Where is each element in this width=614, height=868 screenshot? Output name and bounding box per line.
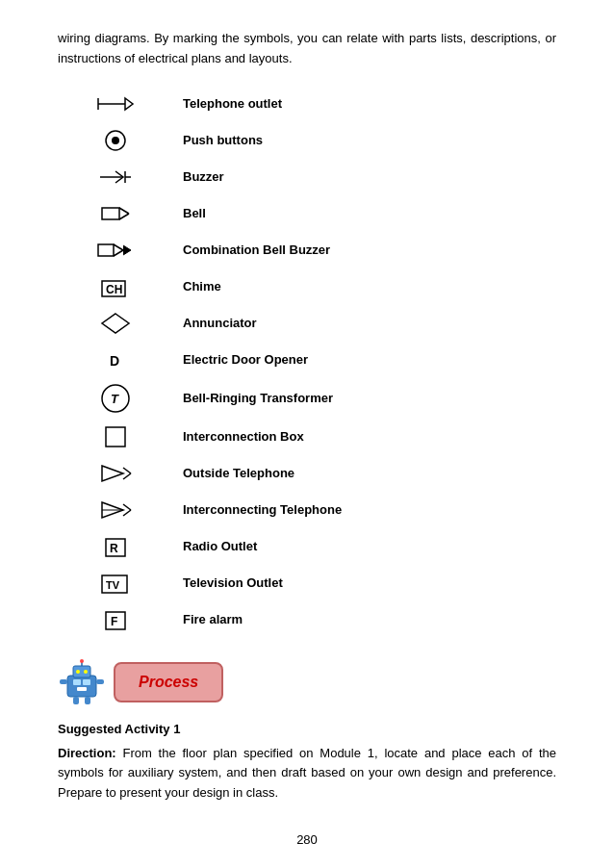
label-radio-outlet: Radio Outlet xyxy=(173,539,556,553)
label-interconnection-box: Interconnection Box xyxy=(173,429,556,444)
label-annunciator: Annunciator xyxy=(173,316,556,330)
svg-line-25 xyxy=(123,504,131,510)
svg-line-23 xyxy=(123,473,131,479)
symbol-row-interconnection-box: Interconnection Box xyxy=(58,421,556,452)
svg-line-9 xyxy=(119,208,129,214)
symbol-row-fire-alarm: F Fire alarm xyxy=(58,604,556,635)
direction-content: From the floor plan specified on Module … xyxy=(58,746,556,801)
svg-rect-20 xyxy=(106,427,125,447)
symbol-outside-telephone xyxy=(58,460,173,487)
symbol-row-outside-telephone: Outside Telephone xyxy=(58,458,556,489)
label-telephone-outlet: Telephone outlet xyxy=(173,96,556,111)
symbol-bell-ringing-transformer: T xyxy=(58,381,173,416)
symbol-row-buzzer: Buzzer xyxy=(58,162,556,192)
svg-text:T: T xyxy=(111,392,119,406)
label-outside-telephone: Outside Telephone xyxy=(173,466,556,480)
symbol-row-television-outlet: TV Television Outlet xyxy=(58,568,556,599)
svg-text:D: D xyxy=(110,353,119,369)
symbol-row-annunciator: Annunciator xyxy=(58,308,556,339)
symbol-row-electric-door-opener: D Electric Door Opener xyxy=(58,345,556,375)
label-bell: Bell xyxy=(173,206,556,220)
robot-icon xyxy=(58,658,106,706)
page-number: 280 xyxy=(58,832,556,847)
direction-label: Direction: xyxy=(58,746,116,760)
svg-marker-8 xyxy=(102,208,119,219)
label-bell-ringing-transformer: Bell-Ringing Transformer xyxy=(173,391,556,405)
symbol-row-push-buttons: Push buttons xyxy=(58,125,556,156)
svg-marker-16 xyxy=(102,314,129,333)
svg-rect-37 xyxy=(77,687,87,691)
svg-rect-38 xyxy=(73,666,90,677)
label-combination-bell-buzzer: Combination Bell Buzzer xyxy=(173,243,556,257)
symbol-radio-outlet: R xyxy=(58,533,173,560)
svg-text:CH: CH xyxy=(106,283,122,296)
label-electric-door-opener: Electric Door Opener xyxy=(173,352,556,367)
svg-rect-44 xyxy=(85,697,90,704)
symbol-push-buttons xyxy=(58,127,173,154)
svg-line-13 xyxy=(114,250,123,256)
svg-text:TV: TV xyxy=(106,579,120,591)
symbol-row-interconnecting-telephone: Interconnecting Telephone xyxy=(58,495,556,525)
symbol-row-combination-bell-buzzer: Combination Bell Buzzer xyxy=(58,235,556,266)
svg-line-26 xyxy=(123,510,131,516)
process-button[interactable]: Process xyxy=(114,662,223,702)
svg-point-42 xyxy=(80,659,84,663)
svg-rect-34 xyxy=(67,676,96,697)
activity-section: Suggested Activity 1 Direction: From the… xyxy=(58,722,556,804)
svg-point-4 xyxy=(112,137,119,144)
symbol-combination-bell-buzzer xyxy=(58,237,173,264)
symbol-bell xyxy=(58,200,173,227)
symbol-row-telephone-outlet: Telephone outlet xyxy=(58,89,556,119)
process-section: Process xyxy=(58,658,556,706)
label-fire-alarm: Fire alarm xyxy=(173,612,556,626)
svg-marker-11 xyxy=(98,244,114,256)
svg-marker-1 xyxy=(125,98,133,110)
symbol-row-chime: CH Chime xyxy=(58,271,556,302)
label-interconnecting-telephone: Interconnecting Telephone xyxy=(173,502,556,517)
symbols-table: Telephone outlet Push buttons Buzzer xyxy=(58,89,556,635)
svg-rect-45 xyxy=(60,679,67,684)
symbol-row-bell-ringing-transformer: T Bell-Ringing Transformer xyxy=(58,381,556,416)
symbol-interconnection-box xyxy=(58,423,173,450)
symbol-interconnecting-telephone xyxy=(58,497,173,523)
symbol-row-bell: Bell xyxy=(58,198,556,229)
activity-text: Direction: From the floor plan specified… xyxy=(58,744,556,804)
intro-paragraph: wiring diagrams. By marking the symbols,… xyxy=(58,29,556,69)
symbol-row-radio-outlet: R Radio Outlet xyxy=(58,531,556,562)
svg-point-40 xyxy=(84,670,88,674)
label-push-buttons: Push buttons xyxy=(173,133,556,147)
svg-point-39 xyxy=(76,670,80,674)
symbol-buzzer xyxy=(58,164,173,191)
symbol-fire-alarm: F xyxy=(58,606,173,633)
svg-rect-43 xyxy=(73,697,79,704)
svg-rect-36 xyxy=(83,679,90,685)
label-television-outlet: Television Outlet xyxy=(173,575,556,590)
svg-rect-35 xyxy=(73,679,81,685)
label-buzzer: Buzzer xyxy=(173,169,556,184)
symbol-television-outlet: TV xyxy=(58,570,173,597)
svg-line-10 xyxy=(119,214,129,219)
symbol-electric-door-opener: D xyxy=(58,346,173,373)
svg-line-12 xyxy=(114,244,123,250)
svg-rect-46 xyxy=(96,679,104,684)
symbol-annunciator xyxy=(58,310,173,337)
symbol-chime: CH xyxy=(58,273,173,300)
svg-text:R: R xyxy=(110,542,118,555)
svg-text:F: F xyxy=(111,615,117,628)
symbol-telephone-outlet xyxy=(58,90,173,117)
svg-line-22 xyxy=(123,468,131,473)
activity-title: Suggested Activity 1 xyxy=(58,722,556,736)
svg-marker-21 xyxy=(102,466,123,481)
label-chime: Chime xyxy=(173,279,556,294)
